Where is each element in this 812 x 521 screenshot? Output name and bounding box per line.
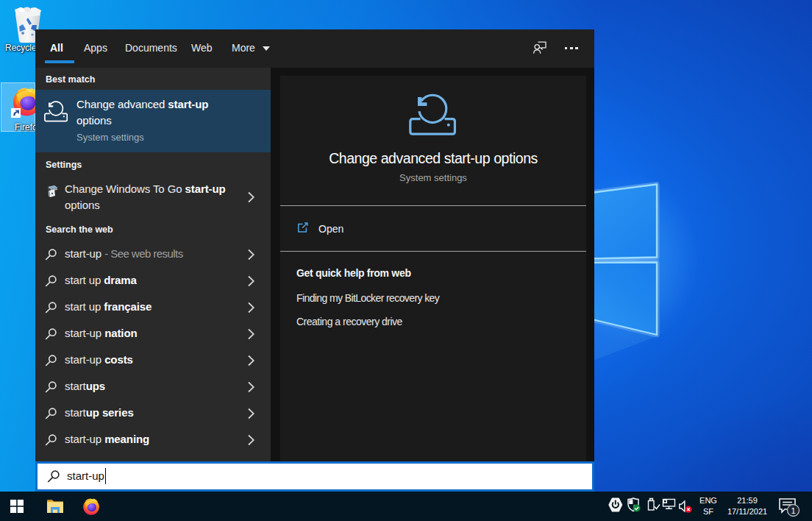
svg-text:1: 1 [791, 506, 795, 515]
